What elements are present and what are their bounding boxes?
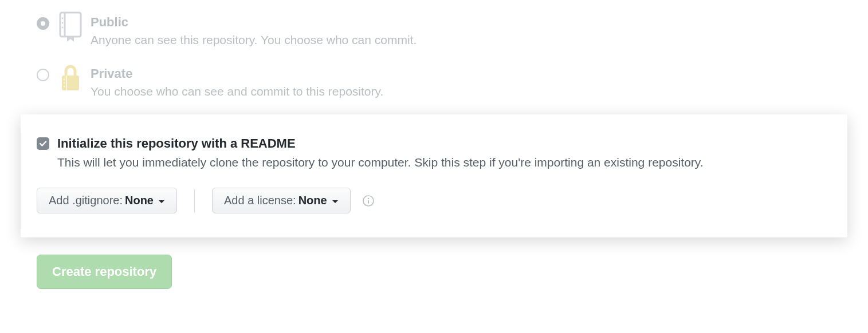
gitignore-label: Add .gitignore: xyxy=(49,194,123,207)
dropdown-row: Add .gitignore: None Add a license: None xyxy=(37,188,831,213)
readme-title: Initialize this repository with a README xyxy=(57,136,704,151)
private-text: Private You choose who can see and commi… xyxy=(91,63,383,98)
initialize-panel: Initialize this repository with a README… xyxy=(21,114,847,237)
svg-rect-0 xyxy=(60,13,81,37)
radio-private[interactable] xyxy=(37,69,49,81)
svg-point-3 xyxy=(62,22,64,24)
create-repository-button[interactable]: Create repository xyxy=(37,255,172,289)
license-value: None xyxy=(299,194,327,207)
private-title: Private xyxy=(91,66,383,81)
svg-point-2 xyxy=(62,18,64,19)
license-label: Add a license: xyxy=(224,194,296,207)
readme-text: Initialize this repository with a README… xyxy=(57,136,704,169)
visibility-option-public[interactable]: Public Anyone can see this repository. Y… xyxy=(37,11,868,47)
readme-checkbox[interactable] xyxy=(37,137,49,150)
svg-point-8 xyxy=(64,82,65,84)
license-dropdown[interactable]: Add a license: None xyxy=(212,188,351,213)
public-text: Public Anyone can see this repository. Y… xyxy=(91,11,417,47)
gitignore-dropdown[interactable]: Add .gitignore: None xyxy=(37,188,177,213)
gitignore-value: None xyxy=(125,194,154,207)
visibility-option-private[interactable]: Private You choose who can see and commi… xyxy=(37,63,868,98)
separator xyxy=(194,189,195,212)
submit-row: Create repository xyxy=(0,237,868,289)
public-title: Public xyxy=(91,15,417,30)
svg-point-9 xyxy=(64,86,65,87)
chevron-down-icon xyxy=(158,194,165,207)
chevron-down-icon xyxy=(332,194,339,207)
svg-point-7 xyxy=(64,79,65,80)
visibility-group: Public Anyone can see this repository. Y… xyxy=(0,0,868,98)
info-icon[interactable] xyxy=(362,195,375,207)
private-desc: You choose who can see and commit to thi… xyxy=(91,85,383,98)
svg-point-4 xyxy=(62,27,64,29)
readme-row: Initialize this repository with a README… xyxy=(37,136,831,169)
repo-icon xyxy=(58,11,83,42)
radio-inner xyxy=(41,21,45,26)
public-desc: Anyone can see this repository. You choo… xyxy=(91,33,417,47)
radio-public[interactable] xyxy=(37,17,49,30)
svg-point-11 xyxy=(367,197,369,199)
readme-desc: This will let you immediately clone the … xyxy=(57,156,704,169)
lock-icon xyxy=(58,63,83,94)
svg-rect-12 xyxy=(368,200,369,204)
